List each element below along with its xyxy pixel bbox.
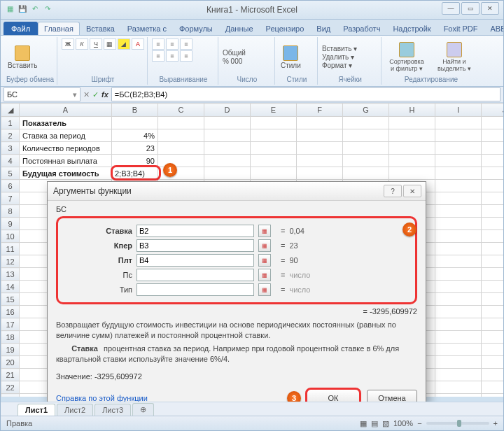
cell[interactable] bbox=[343, 155, 389, 167]
cell[interactable] bbox=[435, 268, 482, 281]
row-header[interactable]: 15 bbox=[1, 293, 20, 306]
cell[interactable] bbox=[482, 129, 504, 142]
col-header[interactable]: H bbox=[389, 104, 435, 117]
cell[interactable] bbox=[251, 142, 297, 155]
tab-file[interactable]: Файл bbox=[4, 22, 38, 35]
cell[interactable] bbox=[435, 243, 482, 255]
tab-layout[interactable]: Разметка с bbox=[121, 22, 173, 35]
cell[interactable] bbox=[482, 318, 504, 331]
cell[interactable] bbox=[482, 293, 504, 306]
align-mid-icon[interactable]: ≡ bbox=[166, 38, 178, 50]
cell[interactable] bbox=[297, 167, 343, 180]
row-header[interactable]: 2 bbox=[1, 129, 20, 142]
cell[interactable] bbox=[158, 155, 204, 167]
font-color-button[interactable]: A bbox=[132, 38, 144, 50]
cell[interactable] bbox=[435, 205, 482, 218]
zoom-slider[interactable] bbox=[426, 422, 489, 425]
cell[interactable] bbox=[435, 155, 482, 167]
sheet-tab[interactable]: Лист2 bbox=[57, 404, 93, 416]
col-header[interactable]: F bbox=[297, 104, 343, 117]
cell[interactable] bbox=[297, 117, 343, 129]
range-selector-button[interactable]: ▦ bbox=[258, 225, 271, 237]
dialog-help-button[interactable]: ? bbox=[384, 185, 402, 197]
cell[interactable]: Количество периодов bbox=[20, 142, 112, 155]
cell[interactable] bbox=[435, 369, 482, 381]
row-header[interactable]: 5 bbox=[1, 167, 20, 180]
cell[interactable] bbox=[158, 117, 204, 129]
cell[interactable] bbox=[482, 192, 504, 205]
cell[interactable] bbox=[482, 243, 504, 255]
tab-developer[interactable]: Разработч bbox=[337, 22, 386, 35]
select-all[interactable]: ◢ bbox=[1, 104, 20, 117]
tab-review[interactable]: Рецензиро bbox=[260, 22, 311, 35]
col-header[interactable]: E bbox=[251, 104, 297, 117]
cell[interactable]: Показатель bbox=[20, 117, 112, 129]
col-header[interactable]: J bbox=[482, 104, 504, 117]
view-normal-icon[interactable]: ▦ bbox=[360, 419, 367, 428]
border-button[interactable]: ▦ bbox=[104, 38, 116, 50]
tab-home[interactable]: Главная bbox=[38, 22, 80, 35]
grid-row[interactable]: 5Будущая стоимость2;B3;B4) bbox=[1, 167, 504, 180]
styles-button[interactable]: Стили bbox=[279, 44, 302, 71]
col-header[interactable]: D bbox=[204, 104, 251, 117]
cell[interactable] bbox=[204, 117, 251, 129]
cell[interactable] bbox=[482, 142, 504, 155]
row-header[interactable]: 11 bbox=[1, 243, 20, 255]
cell[interactable]: 90 bbox=[112, 155, 158, 167]
cell[interactable] bbox=[482, 306, 504, 318]
cells-insert[interactable]: Вставить ▾ bbox=[322, 45, 357, 52]
cell[interactable] bbox=[435, 344, 482, 356]
formula-input[interactable]: =БС(B2;B3;B4) bbox=[111, 87, 500, 101]
cell[interactable] bbox=[158, 129, 204, 142]
align-center-icon[interactable]: ≡ bbox=[166, 50, 178, 62]
cell[interactable] bbox=[435, 192, 482, 205]
close-button[interactable]: ✕ bbox=[481, 2, 499, 15]
save-icon[interactable]: 💾 bbox=[18, 3, 27, 13]
cell[interactable] bbox=[297, 155, 343, 167]
cell[interactable] bbox=[435, 356, 482, 369]
cell[interactable] bbox=[435, 230, 482, 243]
paste-button[interactable]: Вставить bbox=[6, 44, 38, 71]
name-box[interactable]: БС ▾ bbox=[4, 87, 80, 101]
cell[interactable] bbox=[251, 155, 297, 167]
cell[interactable] bbox=[482, 344, 504, 356]
col-header[interactable]: B bbox=[112, 104, 158, 117]
argument-input[interactable] bbox=[136, 283, 254, 296]
tab-view[interactable]: Вид bbox=[310, 22, 337, 35]
cell[interactable] bbox=[435, 167, 482, 180]
argument-input[interactable] bbox=[136, 269, 254, 281]
argument-input[interactable] bbox=[136, 254, 254, 267]
cancel-icon[interactable]: ✕ bbox=[83, 90, 90, 99]
cell[interactable] bbox=[435, 381, 482, 394]
dialog-titlebar[interactable]: Аргументы функции ?✕ bbox=[48, 182, 426, 201]
row-header[interactable]: 13 bbox=[1, 268, 20, 281]
zoom-out-button[interactable]: − bbox=[417, 419, 421, 428]
cells-format[interactable]: Формат ▾ bbox=[322, 62, 357, 69]
dialog-close-button[interactable]: ✕ bbox=[403, 185, 421, 197]
grid-row[interactable]: 3Количество периодов23 bbox=[1, 142, 504, 155]
row-header[interactable]: 21 bbox=[1, 369, 20, 381]
cell[interactable] bbox=[435, 218, 482, 230]
cell[interactable] bbox=[482, 230, 504, 243]
grid-row[interactable]: 1Показатель bbox=[1, 117, 504, 129]
row-header[interactable]: 23 bbox=[1, 394, 20, 397]
col-header[interactable]: I bbox=[435, 104, 482, 117]
cell[interactable] bbox=[251, 117, 297, 129]
col-header[interactable]: C bbox=[158, 104, 204, 117]
cell[interactable] bbox=[435, 255, 482, 268]
underline-button[interactable]: Ч bbox=[90, 38, 102, 50]
row-header[interactable]: 10 bbox=[1, 230, 20, 243]
grid-row[interactable]: 2Ставка за период4% bbox=[1, 129, 504, 142]
view-break-icon[interactable]: ▧ bbox=[382, 419, 389, 428]
row-header[interactable]: 16 bbox=[1, 306, 20, 318]
cell[interactable] bbox=[389, 117, 435, 129]
dropdown-icon[interactable]: ▾ bbox=[73, 90, 77, 99]
fill-button[interactable]: ◢ bbox=[118, 38, 130, 50]
maximize-button[interactable]: ▭ bbox=[461, 2, 479, 15]
cell[interactable] bbox=[204, 167, 251, 180]
grid-row[interactable]: 4Постоянная выплата90 bbox=[1, 155, 504, 167]
cell[interactable] bbox=[435, 129, 482, 142]
cell[interactable] bbox=[435, 306, 482, 318]
cell[interactable] bbox=[204, 129, 251, 142]
row-header[interactable]: 3 bbox=[1, 142, 20, 155]
